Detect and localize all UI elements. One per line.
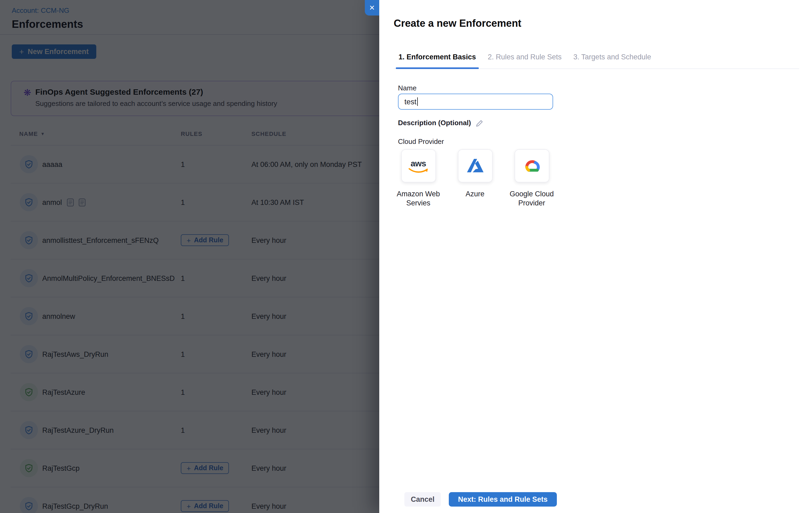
provider-option-azure[interactable]: Azure xyxy=(447,149,503,207)
create-enforcement-drawer: ✕ Create a new Enforcement 1. Enforcemen… xyxy=(379,0,812,513)
name-input-value: test xyxy=(404,97,416,106)
provider-label: Azure xyxy=(466,189,485,198)
wizard-tab-3[interactable]: 3. Targets and Schedule xyxy=(571,52,654,68)
cloud-provider-label: Cloud Provider xyxy=(398,138,799,146)
provider-option-gcp[interactable]: Google Cloud Provider xyxy=(504,149,559,207)
azure-logo-icon xyxy=(467,159,483,173)
name-label: Name xyxy=(398,84,799,92)
next-button[interactable]: Next: Rules and Rule Sets xyxy=(449,492,557,507)
close-icon[interactable]: ✕ xyxy=(365,0,379,16)
name-input[interactable]: test xyxy=(398,94,553,110)
cancel-button[interactable]: Cancel xyxy=(404,492,441,507)
provider-label: Google Cloud Provider xyxy=(504,189,559,207)
text-cursor xyxy=(417,97,418,106)
screen: Account: CCM-NG Enforcements + New Enfor… xyxy=(0,0,812,513)
enforcement-basics-form: Name test Description (Optional) Cloud P… xyxy=(398,84,799,207)
provider-card-azure[interactable] xyxy=(458,149,492,182)
description-label: Description (Optional) xyxy=(398,119,471,127)
aws-logo-icon: aws xyxy=(408,160,429,174)
provider-option-aws[interactable]: aws Amazon Web Servies xyxy=(390,149,446,207)
gcp-logo-icon xyxy=(522,158,542,174)
edit-pencil-icon[interactable] xyxy=(475,119,483,127)
drawer-title: Create a new Enforcement xyxy=(394,0,799,30)
drawer-content: Create a new Enforcement 1. Enforcement … xyxy=(379,0,812,513)
provider-card-aws[interactable]: aws xyxy=(401,149,436,182)
provider-card-gcp[interactable] xyxy=(514,149,549,182)
provider-label: Amazon Web Servies xyxy=(390,189,446,207)
wizard-tabs: 1. Enforcement Basics2. Rules and Rule S… xyxy=(394,52,799,69)
wizard-tab-1[interactable]: 1. Enforcement Basics xyxy=(396,52,479,68)
wizard-tab-2[interactable]: 2. Rules and Rule Sets xyxy=(485,52,564,68)
cloud-provider-options: aws Amazon Web Servies Azure Google Clou… xyxy=(390,149,799,207)
drawer-footer: Cancel Next: Rules and Rule Sets xyxy=(404,492,557,507)
